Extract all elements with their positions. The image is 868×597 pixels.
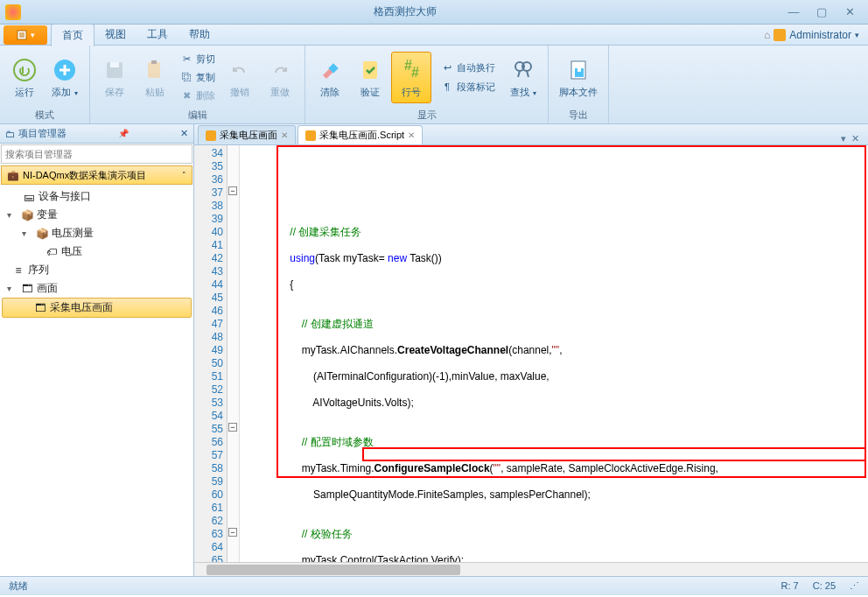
script-file-button[interactable]: 脚本文件 [554,53,603,102]
autowrap-button[interactable]: ↩自动换行 [437,59,499,76]
minimize-button[interactable]: — [784,5,803,19]
doc-icon [305,130,316,141]
tab-view[interactable]: 视图 [94,24,136,46]
document-tabs: 采集电压画面✕ 采集电压画面.Script✕ ▾✕ [194,124,868,145]
tree-volt-measure[interactable]: ▾📦电压测量 [2,224,192,242]
svg-line-17 [527,71,528,77]
svg-rect-7 [110,62,119,67]
folder-icon: 🗀 [5,129,15,139]
save-button[interactable]: 保存 [95,53,134,102]
line-gutter: 3435363738394041424344454647484950515253… [194,145,228,562]
fold-column: − − − [228,145,240,562]
group-display-label: 显示 [311,107,542,122]
tree-toggle-icon[interactable]: ▾ [7,284,18,293]
doc-icon [206,130,216,141]
clear-button[interactable]: 清除 [311,53,349,102]
doc-tab-1[interactable]: 采集电压画面✕ [198,125,296,144]
tree-screens[interactable]: ▾🗔画面 [2,279,192,298]
group-mode-label: 模式 [5,107,84,122]
tab-dropdown-icon[interactable]: ▾ [841,133,846,144]
status-bar: 就绪 R: 7 C: 25 ⋰ [0,576,868,595]
tree-toggle-icon[interactable]: ▾ [22,228,32,238]
menu-bar: ▾ 首页 视图 工具 帮助 ⌂ Administrator ▾ [0,25,868,46]
project-selector[interactable]: 💼 NI-DAQmx数据采集演示项目 ˄ [1,165,192,185]
app-icon [5,4,21,20]
sidebar-header: 🗀 项目管理器 📌 ✕ [0,124,193,144]
tab-help[interactable]: 帮助 [178,24,220,46]
horizontal-scrollbar[interactable] [194,562,868,576]
tree-toggle-icon[interactable]: ▾ [7,210,18,220]
resize-grip-icon[interactable]: ⋰ [850,580,859,592]
copy-button[interactable]: ⿻复制 [176,68,219,86]
lineno-button[interactable]: ## 行号 [391,52,431,103]
title-bar: 格西测控大师 — ▢ ✕ [0,0,868,25]
app-menu-button[interactable]: ▾ [4,25,47,45]
tab-tools[interactable]: 工具 [136,24,178,46]
status-col: C: 25 [813,580,836,592]
fold-icon[interactable]: − [228,186,237,195]
sidebar-title: 项目管理器 [18,127,66,140]
tab-close-icon[interactable]: ✕ [408,130,415,140]
project-tree: 🖴设备与接口 ▾📦变量 ▾📦电压测量 🏷电压 ≡序列 ▾🗔画面 🗔采集电压画面 [0,186,193,576]
user-icon [774,29,786,41]
find-button[interactable]: 查找 ▾ [504,53,542,102]
ribbon: 运行 添加 ▾ 模式 保存 粘贴 ✂剪切 ⿻复制 ✖删除 [0,46,868,124]
add-button[interactable]: 添加 ▾ [46,53,84,102]
status-ready: 就绪 [9,579,28,593]
fold-icon[interactable]: − [228,423,237,432]
code-editor[interactable]: 3435363738394041424344454647484950515253… [194,145,868,562]
verify-button[interactable]: 验证 [351,53,389,102]
code-content[interactable]: // 创建采集任务 using(Task myTask= new Task())… [240,145,868,562]
scrollbar-thumb[interactable] [206,565,460,575]
maximize-button[interactable]: ▢ [812,5,831,19]
run-button[interactable]: 运行 [5,53,44,102]
tab-close-icon[interactable]: ✕ [281,130,288,140]
svg-rect-11 [363,61,377,79]
paramark-button[interactable]: ¶段落标记 [437,78,499,95]
briefcase-icon: 💼 [7,170,19,181]
close-button[interactable]: ✕ [840,5,859,19]
project-name: NI-DAQmx数据采集演示项目 [23,169,178,182]
tree-sequence[interactable]: ≡序列 [2,261,192,279]
undo-button[interactable]: 撤销 [220,53,259,102]
user-area[interactable]: ⌂ Administrator ▾ [764,29,868,41]
tree-devices[interactable]: 🖴设备与接口 [2,187,192,206]
delete-button[interactable]: ✖删除 [176,87,219,104]
editor-area: 采集电压画面✕ 采集电压画面.Script✕ ▾✕ 34353637383940… [194,124,868,576]
tree-variables[interactable]: ▾📦变量 [2,206,192,224]
main-area: 🗀 项目管理器 📌 ✕ 💼 NI-DAQmx数据采集演示项目 ˄ 🖴设备与接口 … [0,124,868,576]
sidebar-search-input[interactable] [1,144,192,164]
svg-rect-9 [151,60,157,64]
tabs-close-icon[interactable]: ✕ [851,133,859,144]
redo-button[interactable]: 重做 [261,53,299,102]
doc-tab-2[interactable]: 采集电压画面.Script✕ [298,125,423,144]
window-title: 格西测控大师 [26,4,784,19]
cut-button[interactable]: ✂剪切 [176,50,219,67]
fold-icon[interactable]: − [228,528,237,537]
svg-rect-20 [578,68,581,72]
status-row: R: 7 [781,580,799,592]
svg-line-16 [518,71,520,77]
tab-home[interactable]: 首页 [51,24,94,46]
group-export-label: 导出 [554,107,603,122]
svg-text:#: # [411,65,419,80]
group-edit-label: 编辑 [95,107,299,122]
tree-screen-volt[interactable]: 🗔采集电压画面 [2,298,192,318]
pin-icon[interactable]: 📌 [118,129,129,138]
user-name: Administrator [789,29,851,41]
sidebar-close-icon[interactable]: ✕ [180,128,188,139]
paste-button[interactable]: 粘贴 [136,53,174,102]
svg-rect-8 [148,62,160,78]
svg-point-4 [14,60,35,81]
project-sidebar: 🗀 项目管理器 📌 ✕ 💼 NI-DAQmx数据采集演示项目 ˄ 🖴设备与接口 … [0,124,194,576]
tree-volt[interactable]: 🏷电压 [2,242,192,261]
